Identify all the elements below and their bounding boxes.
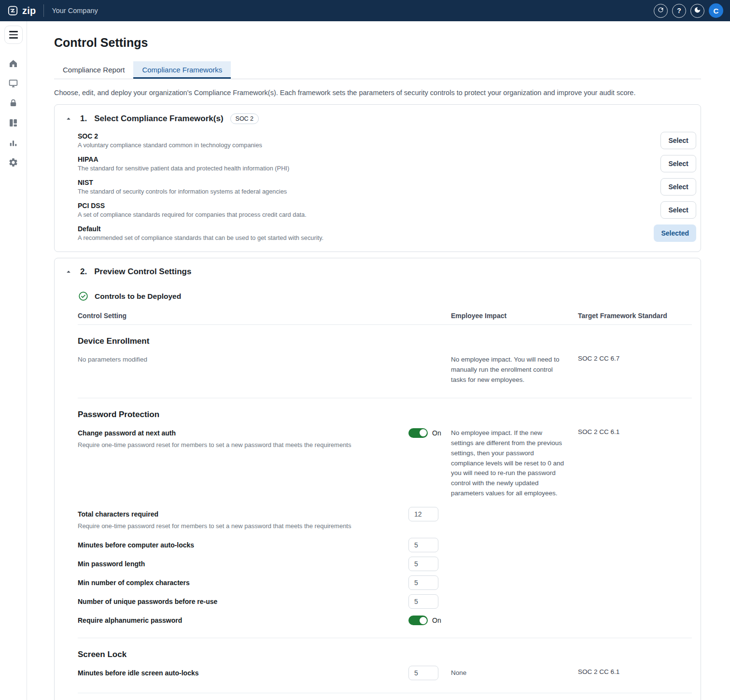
framework-description: A recommended set of compliance standard…: [78, 234, 654, 241]
framework-row-default: Default A recommended set of compliance …: [78, 222, 696, 245]
section-number: 1.: [80, 114, 87, 124]
help-button[interactable]: ?: [672, 4, 686, 18]
control-label: Min number of complex characters: [78, 578, 399, 588]
control-label: Min password length: [78, 559, 399, 569]
brand-logo[interactable]: zip: [8, 5, 36, 16]
input-number-of-unique-passwords-before-re-use[interactable]: [408, 594, 438, 609]
preview-control-settings-card: 2. Preview Control Settings Controls to …: [54, 258, 701, 700]
control-group-name: Screen Lock: [78, 650, 692, 659]
control-label: Number of unique passwords before re-use: [78, 597, 399, 606]
left-sidebar: [0, 21, 27, 700]
control-value-area: [408, 668, 451, 680]
section-title: Select Compliance Framework(s): [94, 114, 223, 124]
toggle-state-label: On: [432, 616, 441, 624]
framework-description: A set of compliance standards required f…: [78, 211, 660, 218]
column-header-target-framework-standard: Target Framework Standard: [578, 312, 693, 320]
framework-default-selected-button[interactable]: Selected: [654, 224, 696, 242]
bar-chart-icon: [8, 138, 18, 148]
framework-badge: SOC 2: [230, 113, 259, 124]
control-group-device-enrollment: Device Enrollment No parameters modified…: [78, 325, 692, 398]
sidebar-item-bar-chart[interactable]: [8, 137, 19, 148]
control-value-area: [408, 559, 451, 571]
toggle-state-label: On: [432, 429, 441, 437]
sidebar-item-dashboard[interactable]: [8, 117, 19, 128]
control-row: Min password length: [78, 559, 692, 571]
framework-hipaa-select-button[interactable]: Select: [660, 155, 696, 172]
control-value-area: [408, 540, 451, 552]
company-name: Your Company: [52, 7, 98, 14]
framework-description: The standard for sensitive patient data …: [78, 165, 660, 172]
main-content: Control Settings Compliance ReportCompli…: [27, 21, 730, 700]
control-row: Require alphanumeric password On: [78, 616, 692, 625]
control-value-area: [408, 597, 451, 609]
input-min-number-of-complex-characters[interactable]: [408, 575, 438, 590]
control-row: Total characters required Require one-ti…: [78, 509, 692, 530]
zip-logo-icon: [8, 5, 18, 16]
framework-name: NIST: [78, 179, 660, 186]
dashboard-icon: [8, 118, 18, 128]
control-row: Change password at next auth Require one…: [78, 428, 692, 499]
divider: [43, 4, 44, 17]
framework-name: PCI DSS: [78, 202, 660, 210]
control-label: Minutes before idle screen auto-locks: [78, 668, 399, 678]
user-avatar[interactable]: C: [709, 3, 723, 18]
control-value-area: On: [408, 616, 451, 625]
sidebar-item-gear[interactable]: [8, 156, 19, 168]
tab-label: Compliance Frameworks: [142, 66, 222, 74]
framework-nist-select-button[interactable]: Select: [660, 178, 696, 196]
tab-compliance-frameworks[interactable]: Compliance Frameworks: [133, 61, 231, 79]
framework-description: The standard of security controls for in…: [78, 188, 660, 195]
input-minutes-before-computer-auto-locks[interactable]: [408, 538, 438, 552]
framework-description: A voluntary compliance standard common i…: [78, 141, 660, 149]
framework-name: SOC 2: [78, 132, 660, 140]
control-group-screen-lock: Screen Lock Minutes before idle screen a…: [78, 638, 692, 693]
control-group-firewall: Firewall Auto enforcement On None SOC 2 …: [78, 693, 692, 700]
check-circle-icon: [78, 291, 88, 301]
control-value-area: On: [408, 428, 451, 438]
employee-impact-text: No employee impact. You will need to man…: [451, 355, 578, 385]
control-value-area: [408, 509, 451, 521]
toggle-require-alphanumeric-password[interactable]: [408, 616, 428, 625]
sidebar-item-home[interactable]: [8, 57, 19, 69]
select-frameworks-card: 1. Select Compliance Framework(s) SOC 2 …: [54, 104, 701, 252]
framework-pci-dss-select-button[interactable]: Select: [660, 201, 696, 219]
sync-icon: [657, 6, 664, 15]
framework-row-soc-2: SOC 2 A voluntary compliance standard co…: [78, 129, 696, 152]
target-standard-text: SOC 2 CC 6.1: [578, 428, 693, 435]
sidebar-item-monitor[interactable]: [8, 77, 19, 89]
framework-row-hipaa: HIPAA The standard for sensitive patient…: [78, 152, 696, 175]
control-label: Total characters required: [78, 509, 399, 519]
input-minutes-before-idle-screen-auto-locks[interactable]: [408, 666, 438, 680]
target-standard-text: SOC 2 CC 6.7: [578, 355, 693, 362]
gear-icon: [8, 157, 18, 168]
framework-row-nist: NIST The standard of security controls f…: [78, 175, 696, 198]
hamburger-menu-button[interactable]: [4, 26, 23, 44]
control-label: No parameters modified: [78, 355, 441, 364]
control-value-area: [408, 578, 451, 590]
brand-name: zip: [22, 5, 36, 16]
tab-bar: Compliance ReportCompliance Frameworks: [54, 61, 701, 79]
sync-button[interactable]: [654, 4, 668, 18]
collapse-caret-icon[interactable]: [65, 115, 72, 122]
moon-icon: [694, 6, 701, 15]
control-row: Minutes before idle screen auto-locks No…: [78, 668, 692, 680]
input-min-password-length[interactable]: [408, 557, 438, 571]
sidebar-item-lock[interactable]: [8, 97, 19, 109]
target-standard-text: SOC 2 CC 6.1: [578, 668, 693, 675]
tab-label: Compliance Report: [63, 66, 125, 74]
control-sublabel: Require one-time password reset for memb…: [78, 522, 399, 530]
monitor-icon: [8, 78, 18, 88]
control-label: Change password at next auth: [78, 428, 399, 438]
employee-impact-text: No employee impact. If the new settings …: [451, 428, 578, 499]
controls-status-label: Controls to be Deployed: [95, 292, 181, 301]
control-row: Minutes before computer auto-locks: [78, 540, 692, 552]
tab-compliance-report[interactable]: Compliance Report: [54, 61, 133, 79]
theme-toggle-button[interactable]: [690, 4, 704, 18]
toggle-change-password-at-next-auth[interactable]: [408, 428, 428, 438]
lock-icon: [8, 98, 18, 108]
help-icon: ?: [677, 7, 681, 14]
home-icon: [8, 58, 18, 69]
input-total-characters-required[interactable]: [408, 507, 438, 521]
framework-soc-2-select-button[interactable]: Select: [660, 132, 696, 149]
collapse-caret-icon[interactable]: [65, 268, 72, 275]
